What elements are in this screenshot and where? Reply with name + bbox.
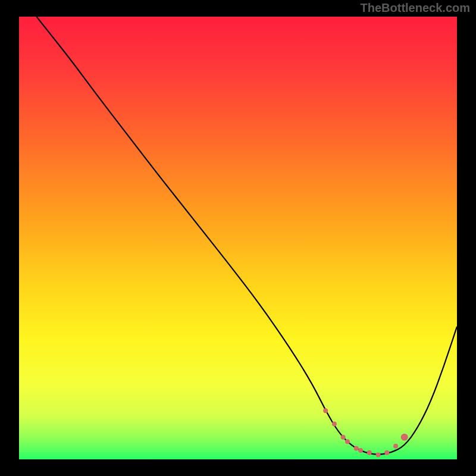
chart-container: TheBottleneck.com [0, 0, 476, 476]
optimal-marker [345, 439, 350, 444]
optimal-marker [393, 444, 398, 449]
optimal-marker [341, 435, 346, 440]
watermark-text: TheBottleneck.com [361, 1, 470, 15]
optimal-marker [376, 453, 381, 458]
optimal-marker [358, 448, 363, 453]
optimal-marker [367, 450, 372, 455]
optimal-marker [332, 421, 337, 426]
optimal-marker [401, 434, 408, 441]
optimal-marker [384, 450, 389, 455]
optimal-marker [323, 408, 328, 413]
bottleneck-curve-chart [0, 0, 476, 476]
optimal-marker [354, 446, 359, 450]
plot-area [19, 17, 457, 459]
